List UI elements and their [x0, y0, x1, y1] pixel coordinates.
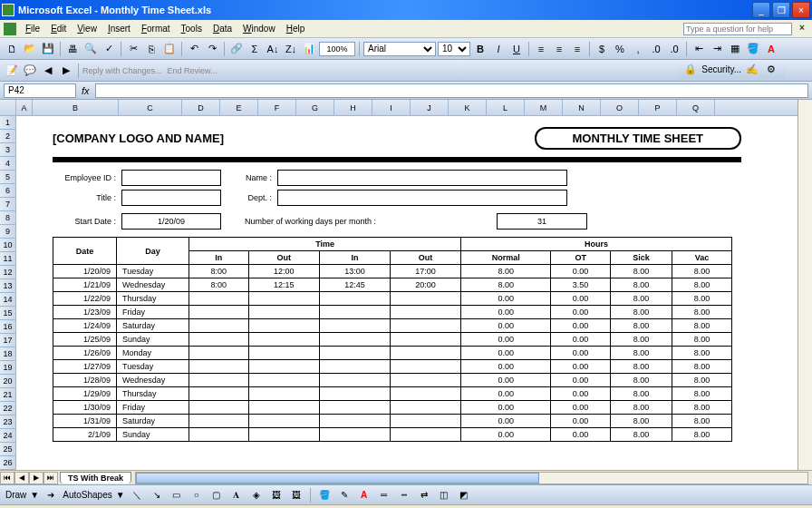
arrow-style-icon[interactable]: ⇄	[416, 487, 432, 503]
close-doc-button[interactable]: ×	[796, 23, 808, 35]
col-header[interactable]: Q	[677, 100, 715, 115]
sort-desc-icon[interactable]: Z↓	[283, 41, 299, 57]
table-row[interactable]: 1/31/09Saturday0.000.008.008.00	[53, 415, 732, 428]
next-comment-icon[interactable]: ▶	[58, 63, 74, 79]
preview-icon[interactable]: 🔍	[82, 41, 99, 57]
underline-button[interactable]: U	[508, 41, 525, 57]
table-row[interactable]: 1/27/09Tuesday0.000.008.008.00	[53, 360, 732, 374]
review-icon[interactable]: 📝	[4, 63, 20, 79]
table-row[interactable]: 1/23/09Friday0.000.008.008.00	[53, 306, 732, 319]
menu-data[interactable]: Data	[208, 22, 237, 35]
vertical-scrollbar[interactable]	[798, 100, 812, 470]
close-button[interactable]: ×	[792, 2, 810, 18]
col-header[interactable]: D	[182, 100, 220, 115]
table-row[interactable]: 1/22/09Thursday0.000.008.008.00	[53, 292, 732, 306]
menu-file[interactable]: File	[20, 22, 45, 35]
indent-dec-icon[interactable]: ⇤	[691, 41, 707, 57]
currency-icon[interactable]: $	[594, 41, 610, 57]
help-search[interactable]	[683, 23, 792, 35]
table-row[interactable]: 2/1/09Sunday0.000.008.008.00	[53, 428, 732, 442]
col-header[interactable]: N	[563, 100, 601, 115]
row-header[interactable]: 17	[0, 334, 15, 347]
col-header[interactable]: M	[525, 100, 563, 115]
row-header[interactable]: 24	[0, 429, 15, 443]
table-row[interactable]: 1/28/09Wednesday0.000.008.008.00	[53, 374, 732, 387]
row-header[interactable]: 9	[0, 225, 15, 239]
line-style-icon[interactable]: ═	[376, 487, 392, 503]
rectangle-icon[interactable]: ▭	[169, 487, 185, 503]
name-field[interactable]	[277, 170, 567, 186]
undo-icon[interactable]: ↶	[186, 41, 202, 57]
tab-first-icon[interactable]: ⏮	[0, 472, 14, 484]
table-row[interactable]: 1/29/09Thursday0.000.008.008.00	[53, 387, 732, 401]
menu-view[interactable]: View	[72, 22, 102, 35]
end-review-button[interactable]: End Review...	[168, 66, 218, 75]
row-header[interactable]: 19	[0, 361, 15, 375]
clipart-icon[interactable]: 🖼	[268, 487, 285, 503]
dept-field[interactable]	[277, 190, 567, 206]
col-header[interactable]: F	[258, 100, 296, 115]
menu-edit[interactable]: Edit	[45, 22, 72, 35]
font-color-icon[interactable]: A	[356, 487, 372, 503]
select-all-corner[interactable]	[0, 100, 15, 116]
picture-icon[interactable]: 🖼	[288, 487, 304, 503]
sum-icon[interactable]: Σ	[246, 41, 263, 57]
col-header[interactable]: B	[33, 100, 119, 115]
start-date-field[interactable]: 1/20/09	[121, 213, 221, 230]
row-header[interactable]: 26	[0, 456, 15, 470]
col-header[interactable]: P	[639, 100, 677, 115]
fx-icon[interactable]: fx	[82, 85, 90, 96]
arrow-icon[interactable]: ↘	[149, 487, 165, 503]
table-row[interactable]: 1/26/09Monday0.000.008.008.00	[53, 347, 732, 360]
pointer-icon[interactable]: ➜	[43, 487, 59, 503]
copy-icon[interactable]: ⎘	[143, 41, 160, 57]
print-icon[interactable]: 🖶	[64, 41, 81, 57]
name-box[interactable]: P42	[4, 83, 76, 98]
row-header[interactable]: 23	[0, 415, 15, 429]
redo-icon[interactable]: ↷	[204, 41, 220, 57]
sig-icon[interactable]: ✍	[744, 61, 760, 77]
align-center-icon[interactable]: ≡	[551, 41, 567, 57]
bold-button[interactable]: B	[472, 41, 488, 57]
prev-comment-icon[interactable]: ◀	[40, 63, 56, 79]
row-header[interactable]: 14	[0, 293, 15, 307]
sheet-tab-active[interactable]: TS With Break	[60, 472, 131, 484]
wordart-icon[interactable]: 𝐀	[228, 487, 245, 503]
borders-icon[interactable]: ▦	[727, 41, 743, 57]
percent-icon[interactable]: %	[612, 41, 628, 57]
fill-color-icon[interactable]: 🪣	[745, 41, 761, 57]
formula-input[interactable]	[95, 83, 808, 98]
draw-menu[interactable]: Draw	[5, 490, 26, 500]
row-header[interactable]: 20	[0, 375, 15, 388]
menu-tools[interactable]: Tools	[176, 22, 208, 35]
row-header[interactable]: 18	[0, 347, 15, 361]
macro-icon[interactable]: ⚙	[763, 61, 779, 77]
row-header[interactable]: 5	[0, 171, 15, 184]
chart-icon[interactable]: 📊	[301, 41, 317, 57]
row-header[interactable]: 25	[0, 443, 15, 456]
comma-icon[interactable]: ,	[630, 41, 646, 57]
employee-id-field[interactable]	[121, 170, 221, 186]
dash-style-icon[interactable]: ┅	[396, 487, 412, 503]
decimal-inc-icon[interactable]: .0	[648, 41, 664, 57]
col-header[interactable]: G	[296, 100, 334, 115]
3d-icon[interactable]: ◩	[456, 487, 472, 503]
align-left-icon[interactable]: ≡	[533, 41, 549, 57]
row-header[interactable]: 6	[0, 184, 15, 198]
row-header[interactable]: 11	[0, 252, 15, 266]
timesheet-table[interactable]: Date Day Time Hours In Out In Out Normal…	[53, 237, 732, 442]
comment-icon[interactable]: 💬	[22, 63, 38, 79]
row-header[interactable]: 4	[0, 157, 15, 171]
table-row[interactable]: 1/25/09Sunday0.000.008.008.00	[53, 333, 732, 347]
row-header[interactable]: 2	[0, 130, 15, 143]
spell-icon[interactable]: ✓	[101, 41, 117, 57]
row-header[interactable]: 15	[0, 307, 15, 320]
help-input[interactable]	[683, 23, 792, 35]
maximize-button[interactable]: ❐	[772, 2, 790, 18]
col-header[interactable]: O	[601, 100, 639, 115]
col-header[interactable]: J	[411, 100, 449, 115]
row-header[interactable]: 13	[0, 279, 15, 293]
security-button[interactable]: Security...	[701, 64, 741, 74]
row-header[interactable]: 16	[0, 320, 15, 334]
reply-changes-button[interactable]: Reply with Changes...	[82, 66, 162, 75]
